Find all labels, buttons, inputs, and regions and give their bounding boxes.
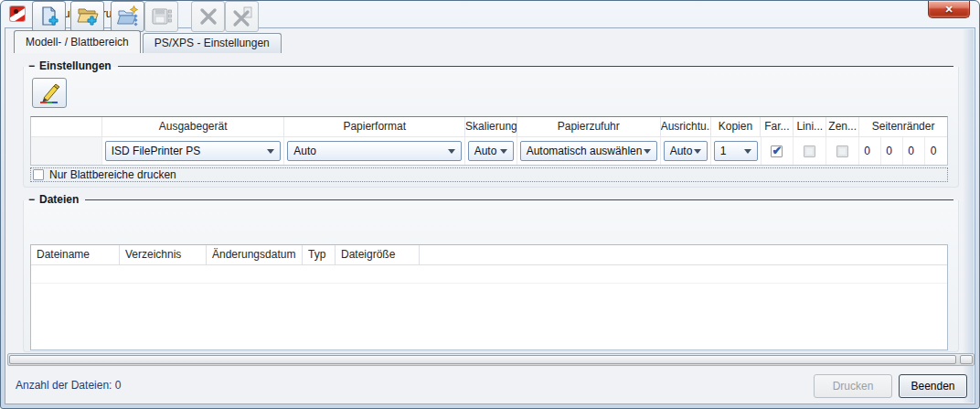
tab-modell-blattbereich[interactable]: Modell- / Blattbereich [14,30,141,53]
margin-field-top[interactable]: 0 [881,137,903,165]
app-logo-icon [10,6,25,21]
print-dialog: Konstruktion drucken ✕ Modell- / Blattbe… [0,0,980,409]
scaling-dropdown[interactable]: Auto [468,141,514,161]
folder-plus-icon [76,5,100,28]
remove-all-files-button [225,1,259,32]
column-header-color: Far... [761,117,794,137]
column-header-paper-source: Papierzufuhr [517,117,661,137]
file-plus-icon [37,5,61,28]
only-sheet-areas-row: Nur Blattbereiche drucken [30,167,948,182]
collapse-toggle-icon[interactable]: − [28,193,35,206]
delete-all-cross-icon [230,5,254,28]
horizontal-scrollbar[interactable] [7,353,975,366]
column-header-filename[interactable]: Dateiname [31,245,120,264]
close-icon: ✕ [944,5,953,15]
files-group-header: − Dateien [28,193,953,206]
print-settings-table: Ausgabegerät Papierformat Skalierung Pap… [30,116,948,166]
column-header-type[interactable]: Typ [303,245,336,264]
group-rule [85,199,953,200]
delete-cross-icon [197,5,220,28]
column-header-center: Zen... [826,117,859,137]
column-header-filesize[interactable]: Dateigröße [336,245,420,264]
scrollbar-thumb[interactable] [9,355,956,364]
only-sheet-areas-label: Nur Blattbereiche drucken [49,168,176,181]
column-header-lines: Lini... [794,117,826,137]
color-checkbox[interactable]: ✔ [771,145,783,157]
close-button[interactable]: ✕ [928,1,970,18]
margin-field-right[interactable]: 0 [903,137,925,165]
add-folder-button[interactable] [70,1,104,32]
settings-data-row: ISD FilePrinter PS Auto Auto Automatisch… [31,137,947,165]
device-cell: ISD FilePrinter PS [102,137,284,165]
copies-dropdown[interactable]: 1 [714,141,758,161]
paper-source-dropdown[interactable]: Automatisch auswählen [520,141,657,161]
column-header-paper-format: Papierformat [284,117,465,137]
orientation-dropdown[interactable]: Auto [664,141,708,161]
lines-cell [794,137,826,165]
settings-group-header: − Einstellungen [28,59,953,72]
edit-settings-button[interactable] [32,78,67,108]
row-selector-cell[interactable] [31,137,102,165]
check-icon: ✔ [772,144,782,157]
paper-format-dropdown[interactable]: Auto [287,141,461,161]
save-list-icon [150,5,174,28]
color-cell: ✔ [762,137,794,165]
right-edge-glow [963,29,974,403]
copies-cell: 1 [711,137,762,165]
center-checkbox [836,145,848,157]
column-header-margins: Seitenränder [859,117,947,137]
save-file-list-button [144,1,178,32]
paper-format-cell: Auto [284,137,464,165]
open-folder-list-icon [116,5,140,28]
scrollbar-end-button[interactable] [960,355,973,364]
paper-source-cell: Automatisch auswählen [517,137,661,165]
margin-field-bottom[interactable]: 0 [925,137,947,165]
only-sheet-areas-checkbox[interactable] [33,169,44,180]
column-header-orientation: Ausrichtu... [661,117,711,137]
settings-group-title: Einstellungen [39,59,112,72]
tab-ps-xps-einstellungen[interactable]: PS/XPS - Einstellungen [143,33,282,53]
tab-strip: Modell- / Blattbereich PS/XPS - Einstell… [14,30,283,53]
remove-file-button [191,1,225,32]
files-header-row: Dateiname Verzeichnis Änderungsdatum Typ… [31,245,947,265]
empty-file-row[interactable] [31,265,947,284]
device-dropdown[interactable]: ISD FilePrinter PS [105,141,281,161]
file-count-status: Anzahl der Dateien: 0 [16,379,121,392]
center-cell [826,137,859,165]
print-button: Drucken [814,374,892,398]
settings-header-row: Ausgabegerät Papierformat Skalierung Pap… [31,117,947,137]
pencil-icon [37,82,62,104]
margin-field-left[interactable]: 0 [859,137,881,165]
scaling-cell: Auto [465,137,517,165]
group-rule [118,66,953,67]
column-header-row-selector [31,117,102,137]
add-file-button[interactable] [32,1,66,32]
column-header-filler [420,245,947,264]
files-group-title: Dateien [39,193,79,206]
lines-checkbox [804,145,815,157]
column-header-copies: Kopien [711,117,762,137]
column-header-modified-date[interactable]: Änderungsdatum [207,245,303,264]
collapse-toggle-icon[interactable]: − [28,59,35,72]
files-table: Dateiname Verzeichnis Änderungsdatum Typ… [30,244,948,350]
column-header-scaling: Skalierung [465,117,517,137]
column-header-directory[interactable]: Verzeichnis [120,245,207,264]
column-header-device: Ausgabegerät [102,117,285,137]
quit-button[interactable]: Beenden [899,374,967,398]
load-file-list-button[interactable] [111,1,144,32]
orientation-cell: Auto [661,137,711,165]
